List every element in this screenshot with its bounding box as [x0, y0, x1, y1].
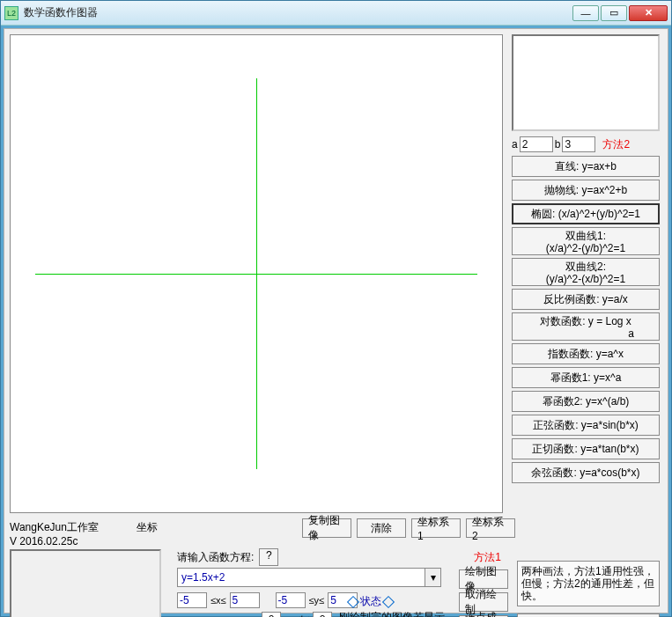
y-low-input[interactable] [276, 592, 306, 608]
t-range-label: π ≤t≤ [284, 613, 309, 617]
cancel-draw-button[interactable]: 取消绘制 [459, 592, 508, 612]
t-low-input[interactable] [262, 612, 281, 617]
plot-canvas[interactable] [10, 34, 503, 513]
canvas-toolbar: 复制图像 清除 坐标系1 坐标系2 [302, 518, 515, 538]
a-input[interactable] [520, 136, 553, 152]
y-range-label: ≤y≤ [309, 595, 325, 606]
axis1-button[interactable]: 坐标系1 [411, 518, 461, 538]
equation-dropdown-button[interactable]: ▾ [425, 568, 441, 587]
fn-cos-button[interactable]: 余弦函数: y=a*cos(b*x) [512, 462, 660, 483]
equation-prompt: 请输入函数方程: [177, 550, 254, 565]
fn-tan-button[interactable]: 正切函数: y=a*tan(b*x) [512, 438, 660, 459]
draw-button-column: 绘制图像 取消绘制 连点成线 [459, 569, 508, 617]
clear-button[interactable]: 清除 [357, 518, 406, 538]
hint-text: 刚绘制完的图像若显示 为明显离散的点单击→ → [339, 612, 454, 617]
fn-exp-button[interactable]: 指数函数: y=a^x [512, 343, 660, 364]
fn-hyperbola2-button[interactable]: 双曲线2: (y/a)^2-(x/b)^2=1 [512, 258, 660, 286]
output-box [10, 549, 161, 617]
close-button[interactable]: ✕ [629, 5, 668, 21]
method1-panel: 请输入函数方程: ? 方法1 ▾ ≤x≤ ≤y≤ π ≤t [177, 548, 501, 617]
fn-hyperbola1-button[interactable]: 双曲线1: (x/a)^2-(y/b)^2=1 [512, 227, 660, 255]
status-text: 状态 [360, 594, 381, 609]
x-range-label: ≤x≤ [210, 595, 226, 606]
diamond-icon-right [382, 595, 395, 607]
axis2-button[interactable]: 坐标系2 [466, 518, 515, 538]
method1-label: 方法1 [474, 550, 501, 565]
app-window: L2 数学函数作图器 — ▭ ✕ a b 方法2 直线: y=ax+b 抛物线:… [0, 0, 672, 617]
x-low-input[interactable] [177, 592, 207, 608]
fn-line-button[interactable]: 直线: y=ax+b [512, 156, 660, 177]
b-input[interactable] [562, 136, 595, 152]
equation-input[interactable] [177, 568, 425, 587]
window-title: 数学函数作图器 [24, 5, 572, 20]
fn-log-button[interactable]: 对数函数: y = Log x a [512, 312, 660, 341]
b-label: b [555, 138, 561, 151]
maximize-button[interactable]: ▭ [601, 5, 627, 21]
titlebar: L2 数学函数作图器 — ▭ ✕ [1, 1, 671, 26]
t-high-input[interactable] [313, 612, 332, 617]
x-axis [35, 274, 477, 275]
preview-box [512, 34, 660, 131]
fn-log-l2: a [513, 327, 659, 340]
equation-combo: ▾ [177, 568, 441, 587]
status-row: 状态 [346, 594, 395, 609]
fn-parabola-button[interactable]: 抛物线: y=ax^2+b [512, 180, 660, 201]
fn-power2-button[interactable]: 幂函数2: y=x^(a/b) [512, 391, 660, 412]
copy-image-button[interactable]: 复制图像 [302, 518, 351, 538]
fn-hyperbola2-l1: 双曲线2: [513, 261, 659, 273]
workshop-line2: V 2016.02.25c [10, 535, 168, 547]
fn-log-l1: 对数函数: y = Log x [513, 315, 659, 327]
a-label: a [512, 138, 518, 151]
chevron-down-icon: ▾ [431, 571, 436, 584]
info-box: 两种画法，方法1通用性强，但慢；方法2的通用性差，但快。 [517, 561, 660, 606]
fn-power1-button[interactable]: 幂函数1: y=x^a [512, 367, 660, 388]
app-icon: L2 [4, 6, 18, 20]
help-button[interactable]: ? [259, 548, 278, 566]
fn-hyperbola1-l1: 双曲线1: [513, 230, 659, 242]
exit-button[interactable]: 退出(关闭)作图器 [517, 613, 660, 617]
fn-inverse-button[interactable]: 反比例函数: y=a/x [512, 289, 660, 310]
fn-hyperbola2-l2: (y/a)^2-(x/b)^2=1 [513, 273, 659, 285]
minimize-button[interactable]: — [572, 5, 599, 21]
fn-hyperbola1-l2: (x/a)^2-(y/b)^2=1 [513, 242, 659, 254]
fn-sin-button[interactable]: 正弦函数: y=a*sin(b*x) [512, 415, 660, 436]
client-area: a b 方法2 直线: y=ax+b 抛物线: y=ax^2+b 椭圆: (x/… [4, 28, 668, 613]
hint-line1: 刚绘制完的图像若显示 [339, 612, 454, 617]
method2-label: 方法2 [602, 137, 630, 152]
draw-button[interactable]: 绘制图像 [459, 569, 508, 589]
x-high-input[interactable] [230, 592, 260, 608]
coord-label: 坐标 [137, 520, 158, 535]
fn-ellipse-button[interactable]: 椭圆: (x/a)^2+(y/b)^2=1 [512, 203, 660, 224]
right-panel: a b 方法2 直线: y=ax+b 抛物线: y=ax^2+b 椭圆: (x/… [512, 34, 661, 486]
diamond-icon-left [347, 595, 359, 607]
